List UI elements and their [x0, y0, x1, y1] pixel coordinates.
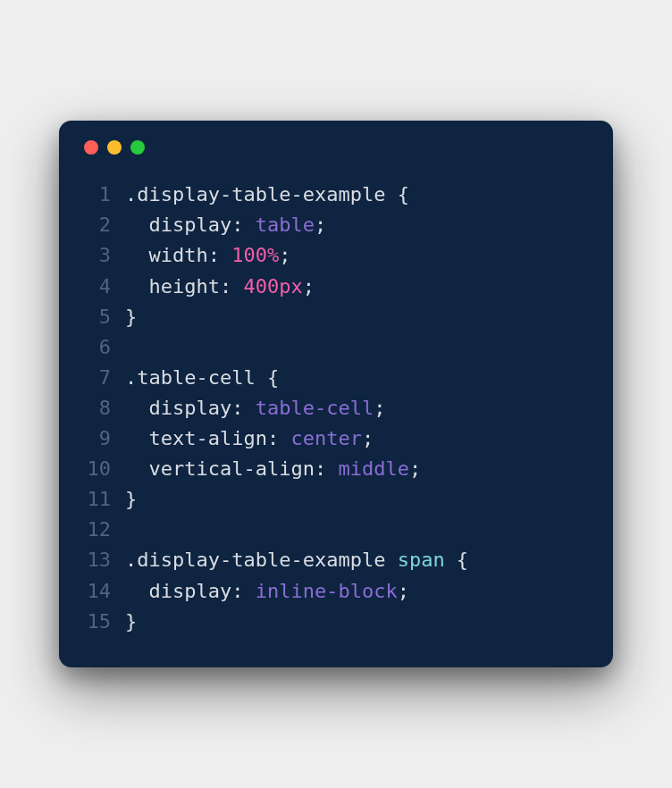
line-number: 11 [82, 484, 125, 515]
line-number: 8 [82, 393, 125, 423]
token-value-keyword: inline-block [256, 580, 398, 602]
token-value-keyword: table [256, 214, 315, 236]
token-plain [125, 427, 149, 449]
token-colon: : [220, 275, 244, 298]
code-line: 6 [82, 332, 590, 363]
line-number: 2 [82, 210, 125, 240]
token-brace: } [125, 306, 137, 328]
token-prop: display [149, 214, 232, 236]
token-plain [125, 457, 149, 480]
token-colon: : [231, 214, 256, 236]
code-line: 3 width: 100%; [82, 240, 590, 271]
code-line: 14 display: inline-block; [82, 576, 590, 607]
maximize-icon[interactable] [130, 140, 145, 155]
token-colon: : [231, 397, 256, 419]
code-line: 10 vertical-align: middle; [82, 454, 590, 484]
token-semi: ; [362, 427, 374, 449]
line-content: vertical-align: middle; [125, 454, 421, 484]
token-semi: ; [303, 275, 315, 298]
line-content: display: table-cell; [125, 393, 385, 423]
code-window: 1.display-table-example {2 display: tabl… [59, 121, 613, 666]
line-content: .table-cell { [125, 363, 279, 393]
token-plain [125, 275, 149, 298]
line-number: 7 [82, 363, 125, 393]
token-brace: { [398, 183, 409, 205]
window-controls [84, 140, 590, 155]
minimize-icon[interactable] [107, 140, 122, 155]
token-value-keyword: center [290, 427, 361, 449]
token-prop: display [149, 580, 232, 602]
line-number: 9 [82, 423, 125, 454]
line-number: 3 [82, 240, 125, 271]
line-number: 10 [82, 454, 125, 484]
line-number: 1 [82, 180, 125, 210]
code-line: 12 [82, 515, 590, 545]
code-line: 13.display-table-example span { [82, 545, 590, 575]
token-semi: ; [315, 214, 326, 236]
token-colon: : [267, 427, 291, 449]
token-brace: } [125, 488, 137, 510]
line-content: display: inline-block; [125, 576, 409, 607]
token-semi: ; [374, 397, 385, 419]
line-content: width: 100%; [125, 240, 290, 271]
token-semi: ; [409, 457, 421, 480]
token-colon: : [315, 457, 339, 480]
line-content: height: 400px; [125, 272, 315, 302]
line-number: 15 [82, 607, 125, 637]
code-line: 1.display-table-example { [82, 180, 590, 210]
code-block: 1.display-table-example {2 display: tabl… [82, 180, 590, 636]
code-line: 2 display: table; [82, 210, 590, 240]
token-brace: { [445, 549, 469, 571]
code-line: 9 text-align: center; [82, 423, 590, 454]
line-content: .display-table-example span { [125, 545, 468, 575]
token-number: 100% [231, 244, 279, 266]
line-number: 13 [82, 545, 125, 575]
token-plain [125, 580, 149, 602]
token-number: 400px [243, 275, 302, 298]
line-number: 4 [82, 272, 125, 302]
token-selector: .table-cell [125, 366, 267, 389]
token-semi: ; [398, 580, 409, 602]
code-line: 11} [82, 484, 590, 515]
token-tag: span [398, 549, 445, 571]
token-prop: width [149, 244, 208, 266]
code-line: 5} [82, 302, 590, 332]
token-plain [125, 244, 149, 266]
line-number: 6 [82, 332, 125, 363]
line-content: display: table; [125, 210, 326, 240]
token-colon: : [208, 244, 232, 266]
line-number: 5 [82, 302, 125, 332]
token-selector: .display-table-example [125, 549, 398, 571]
token-prop: text-align [149, 427, 267, 449]
line-content: } [125, 484, 137, 515]
token-brace: { [267, 366, 279, 389]
close-icon[interactable] [84, 140, 98, 155]
code-line: 4 height: 400px; [82, 272, 590, 302]
line-content: .display-table-example { [125, 180, 409, 210]
line-number: 14 [82, 576, 125, 607]
token-prop: display [149, 397, 232, 419]
line-number: 12 [82, 515, 125, 545]
token-colon: : [231, 580, 256, 602]
line-content: } [125, 607, 137, 637]
code-line: 7.table-cell { [82, 363, 590, 393]
token-plain [125, 397, 149, 419]
code-line: 15} [82, 607, 590, 637]
token-brace: } [125, 610, 137, 633]
token-value-keyword: table-cell [256, 397, 374, 419]
code-line: 8 display: table-cell; [82, 393, 590, 423]
token-value-keyword: middle [338, 457, 408, 480]
token-plain [125, 214, 149, 236]
token-semi: ; [279, 244, 290, 266]
token-prop: height [149, 275, 220, 298]
token-selector: .display-table-example [125, 183, 398, 205]
line-content: } [125, 302, 137, 332]
token-prop: vertical-align [149, 457, 315, 480]
line-content: text-align: center; [125, 423, 374, 454]
